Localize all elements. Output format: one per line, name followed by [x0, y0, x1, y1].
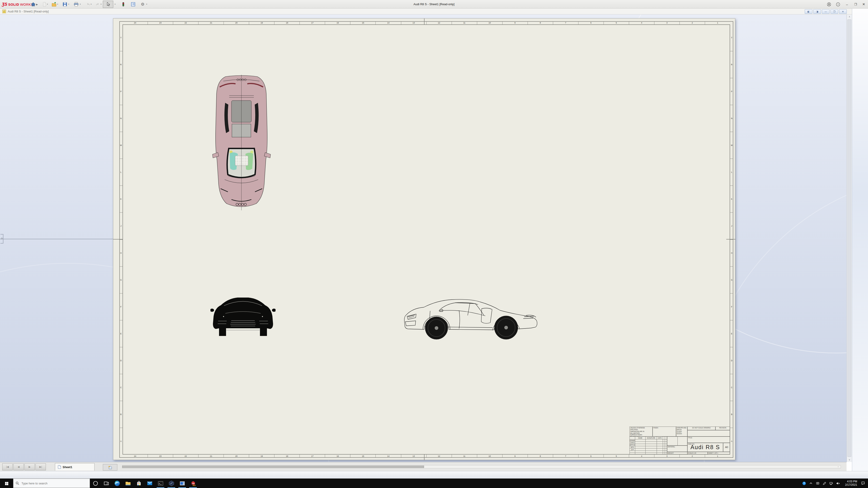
first-sheet-button[interactable]: |◀ — [2, 463, 13, 470]
table-cell — [646, 442, 657, 444]
clock[interactable]: 4:03 PM 2/17/2021 — [841, 480, 858, 487]
zone-label: 7 — [553, 21, 579, 24]
taskbar-icon-terminal[interactable] — [155, 479, 166, 488]
zone-label: 7 — [553, 455, 579, 458]
horizontal-scroll-thumb[interactable] — [122, 466, 424, 468]
scroll-right-icon[interactable]: › — [836, 465, 841, 468]
start-button[interactable] — [0, 479, 13, 488]
previous-sheet-button[interactable]: ◀ — [13, 463, 24, 470]
tray-help-button[interactable]: ? — [801, 479, 807, 488]
zone-label: R — [119, 51, 123, 78]
zone-label: 23 — [148, 21, 173, 24]
taskbar-icon-cortana[interactable] — [90, 479, 101, 488]
add-sheet-button[interactable] — [103, 464, 117, 470]
sheet-tab-bar: |◀ ◀ ▶ ▶| Sheet1 › — [0, 462, 846, 471]
hidden-icons-button[interactable] — [807, 479, 814, 488]
zone-label: F — [730, 293, 733, 320]
pen-icon — [823, 482, 827, 485]
drawing-view-top[interactable] — [212, 74, 272, 211]
drawing-viewport[interactable]: 242322212019181716151413121110987654321 … — [0, 14, 846, 462]
table-cell — [635, 446, 646, 448]
action-center-button[interactable] — [858, 479, 868, 488]
zone-label: 20 — [224, 455, 249, 458]
zone-label: T — [119, 24, 123, 51]
taskbar-icon-file-explorer[interactable] — [123, 479, 133, 488]
taskbar-icon-task-view[interactable] — [101, 479, 112, 488]
zone-label: 14 — [376, 455, 401, 458]
vertical-scrollbar[interactable]: ∧ ∨ — [846, 14, 852, 462]
tray-display-app-button[interactable] — [814, 479, 821, 488]
zone-label: 4 — [629, 21, 654, 24]
doc-restore-button[interactable]: ❐ — [831, 9, 838, 14]
last-sheet-button[interactable]: ▶| — [35, 463, 46, 470]
zone-label: A — [119, 428, 123, 455]
revision-cell: REVISION — [715, 427, 730, 430]
taskbar-search[interactable] — [13, 479, 90, 488]
restore-button[interactable]: ❐ — [851, 0, 860, 8]
pane-split-line — [0, 239, 113, 239]
table-cell: SIGNATURE — [646, 437, 657, 439]
taskbar-icon-solidworks-2021[interactable]: SW2021 — [188, 479, 198, 488]
drawing-sheet[interactable]: 242322212019181716151413121110987654321 … — [113, 18, 735, 460]
zone-label: N — [119, 105, 123, 132]
table-cell — [663, 453, 665, 455]
drawing-view-front[interactable] — [211, 294, 276, 338]
material-cell: MATERIAL: — [667, 446, 687, 452]
table-cell — [635, 440, 646, 442]
dwg-no-cell: DWG NO. Audi R8 S — [687, 443, 723, 452]
zone-label: 15 — [350, 455, 376, 458]
zone-label: 6 — [579, 455, 604, 458]
signature-table: NAMESIGNATUREDATEDRAWNCHK'DAPPV'DMFGQ.A — [629, 436, 667, 455]
zone-band-top: 242322212019181716151413121110987654321 — [123, 21, 730, 24]
drawing-view-side[interactable] — [402, 295, 540, 341]
close-button[interactable]: ✕ — [860, 0, 868, 8]
zone-label: 13 — [401, 455, 427, 458]
comment-cols-cell — [667, 436, 687, 446]
vertical-scroll-thumb[interactable] — [847, 20, 851, 457]
tray-volume-button[interactable] — [835, 479, 841, 488]
zone-label: N — [730, 105, 733, 132]
tray-pen-button[interactable] — [821, 479, 828, 488]
doc-close-button[interactable]: ✕ — [839, 9, 847, 14]
window-title: Audi R8 S - Sheet1 [Read-only] — [0, 0, 868, 8]
taskbar-icon-edge[interactable] — [112, 479, 123, 488]
zone-label: C — [730, 374, 733, 401]
table-cell — [663, 451, 665, 453]
zone-band-bottom: 242322212019181716151413121110987654321 — [123, 455, 730, 458]
zone-label: D — [730, 347, 733, 374]
next-sheet-button[interactable]: ▶ — [24, 463, 35, 470]
tab-sheet1[interactable]: Sheet1 — [55, 463, 94, 470]
task-pane-strip[interactable] — [852, 8, 868, 471]
clock-time: 4:03 PM — [841, 480, 857, 483]
horizontal-scrollbar[interactable] — [122, 465, 841, 468]
zone-label: 5 — [604, 455, 629, 458]
table-cell — [663, 437, 665, 439]
scroll-up-icon[interactable]: ∧ — [847, 14, 852, 19]
table-cell: CHK'D — [630, 442, 635, 444]
table-cell — [646, 453, 657, 455]
taskbar-icon-mail[interactable] — [144, 479, 155, 488]
minimize-button[interactable]: – — [843, 0, 851, 8]
zone-label: B — [730, 401, 733, 428]
scroll-down-icon[interactable]: ∨ — [847, 457, 852, 462]
taskbar-icon-hexagon-app[interactable] — [166, 479, 177, 488]
zone-label: 5 — [604, 21, 629, 24]
table-cell — [635, 449, 646, 451]
pane-right-button[interactable]: ◨ — [813, 9, 821, 14]
search-input[interactable] — [22, 482, 83, 485]
table-cell — [657, 451, 663, 453]
table-cell — [665, 444, 667, 446]
taskbar-icon-media-app[interactable] — [177, 479, 188, 488]
help-button[interactable]: ? — [834, 0, 842, 8]
table-cell — [663, 442, 665, 444]
tray-network-button[interactable] — [828, 479, 835, 488]
system-tray: ? 4:03 PM 2/17/2021 — [801, 479, 868, 488]
pane-left-button[interactable]: ◧ — [805, 9, 812, 14]
taskbar-icon-store[interactable] — [133, 479, 144, 488]
table-cell: NAME — [635, 437, 646, 439]
account-button[interactable] — [825, 0, 833, 8]
doc-minimize-button[interactable]: — — [822, 9, 830, 14]
table-cell — [663, 446, 665, 448]
table-cell — [657, 444, 663, 446]
tray-help-icon: ? — [802, 482, 806, 485]
